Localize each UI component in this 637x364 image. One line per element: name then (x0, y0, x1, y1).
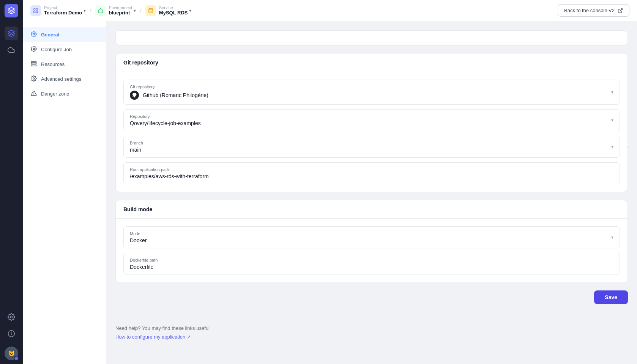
nav-resources-label: Resources (41, 61, 65, 67)
build-mode-header: Build mode (116, 200, 628, 219)
resources-icon (30, 61, 37, 68)
service-label: Service (159, 6, 188, 10)
breadcrumb: Project Terraform Demo ▾ / Environment b… (30, 5, 558, 16)
sidebar-icon-layers[interactable] (5, 27, 18, 40)
nav-danger-zone-label: Danger zone (41, 91, 69, 97)
svg-rect-14 (31, 65, 36, 66)
git-repository-chevron: ▾ (611, 89, 613, 95)
repository-chevron: ▾ (611, 118, 613, 123)
repository-field[interactable]: Repository Qovery/lifecycle-job-examples… (123, 109, 620, 131)
back-to-console-button[interactable]: Back to the console V2 (558, 4, 629, 17)
environment-chevron: ▾ (134, 8, 136, 13)
nav-item-advanced-settings[interactable]: Advanced settings (23, 72, 106, 86)
dockerfile-value: Dockerfile (130, 264, 613, 270)
breadcrumb-project[interactable]: Project Terraform Demo ▾ (30, 5, 86, 16)
svg-point-10 (33, 33, 35, 35)
mode-value: Docker (130, 237, 613, 243)
git-repository-card: Git repository Git repository Github (Ro… (115, 53, 628, 192)
sidebar-icon-info[interactable] (5, 327, 18, 340)
danger-zone-icon (30, 90, 37, 97)
avatar-badge (14, 356, 19, 361)
topbar-right: Back to the console V2 (558, 4, 629, 17)
help-link[interactable]: How to configure my application ↗ (115, 334, 628, 340)
git-repository-field[interactable]: Git repository Github (Romaric Philogène… (123, 80, 620, 105)
dockerfile-label: Dockerfile path (130, 258, 613, 262)
mode-field[interactable]: Mode Docker ▾ (123, 226, 620, 248)
service-value: MySQL RDS (159, 10, 188, 16)
nav-item-danger-zone[interactable]: Danger zone (23, 86, 106, 101)
content-layout: General Configure Job Resources Advanced… (23, 21, 637, 364)
branch-value: main (130, 147, 613, 153)
branch-label: Branch (130, 141, 613, 145)
svg-point-8 (149, 8, 153, 10)
sidebar-icon-settings[interactable] (5, 310, 18, 324)
build-mode-body: Mode Docker ▾ Dockerfile path Dockerfile (116, 219, 628, 282)
arrow-head (627, 143, 628, 150)
dockerfile-field[interactable]: Dockerfile path Dockerfile (123, 253, 620, 275)
page-content: Git repository Git repository Github (Ro… (106, 21, 637, 364)
svg-point-15 (33, 78, 35, 79)
project-chevron: ▾ (84, 8, 86, 13)
repository-label: Repository (130, 114, 613, 119)
help-section: Need help? You may find these links usef… (115, 319, 628, 346)
nav-item-general[interactable]: General (23, 27, 106, 42)
environment-value: blueprint (109, 10, 130, 16)
branch-wrapper: Branch main ▾ (123, 136, 620, 158)
icon-sidebar: 🐱 (0, 0, 23, 364)
user-avatar[interactable]: 🐱 (5, 347, 18, 360)
service-chevron: ▾ (189, 8, 191, 13)
sidebar-icon-cloud[interactable] (5, 43, 18, 57)
general-icon (30, 31, 37, 38)
arrow-line (628, 146, 628, 147)
svg-point-11 (33, 48, 35, 50)
nav-general-label: General (41, 32, 59, 38)
top-partial-card (115, 30, 628, 46)
svg-rect-5 (36, 8, 38, 10)
save-button-row: Save (115, 290, 628, 312)
svg-rect-13 (31, 63, 36, 64)
save-button[interactable]: Save (594, 290, 628, 304)
environment-label: Environment (109, 6, 132, 10)
svg-rect-4 (34, 8, 35, 10)
side-nav: General Configure Job Resources Advanced… (23, 21, 106, 364)
mode-label: Mode (130, 231, 613, 236)
root-path-field[interactable]: Root application path /examples/aws-rds-… (123, 162, 620, 184)
project-label: Project (44, 6, 82, 10)
git-repository-label: Git repository (130, 85, 613, 89)
git-repository-header: Git repository (116, 53, 628, 72)
build-mode-card: Build mode Mode Docker ▾ Dockerfile path (115, 200, 628, 283)
git-repository-body: Git repository Github (Romaric Philogène… (116, 72, 628, 192)
nav-advanced-settings-label: Advanced settings (41, 76, 81, 82)
help-text: Need help? You may find these links usef… (115, 325, 628, 331)
nav-configure-job-label: Configure Job (41, 47, 72, 52)
svg-rect-6 (34, 11, 35, 13)
github-icon (130, 91, 139, 100)
mode-chevron: ▾ (611, 235, 613, 240)
git-repository-value: Github (Romaric Philogène) (130, 91, 613, 100)
app-logo[interactable] (5, 4, 18, 17)
root-path-label: Root application path (130, 167, 613, 172)
branch-field[interactable]: Branch main ▾ (123, 136, 620, 158)
topbar: Project Terraform Demo ▾ / Environment b… (23, 0, 637, 21)
nav-item-resources[interactable]: Resources (23, 57, 106, 72)
arrow-annotation (628, 146, 628, 147)
configure-job-icon (30, 46, 37, 53)
project-value: Terraform Demo (44, 10, 82, 16)
sep-2: / (140, 7, 141, 14)
root-path-value: /examples/aws-rds-with-terraform (130, 173, 613, 179)
repository-value: Qovery/lifecycle-job-examples (130, 120, 613, 126)
svg-point-0 (11, 316, 13, 318)
nav-item-configure-job[interactable]: Configure Job (23, 42, 106, 57)
svg-rect-7 (36, 11, 38, 13)
sep-1: / (90, 7, 91, 14)
svg-rect-12 (31, 61, 36, 63)
branch-chevron: ▾ (611, 144, 613, 149)
svg-line-9 (620, 8, 622, 11)
breadcrumb-service[interactable]: Service MySQL RDS ▾ (145, 5, 192, 16)
breadcrumb-environment[interactable]: Environment blueprint ▾ (95, 5, 136, 16)
advanced-settings-icon (30, 75, 37, 83)
